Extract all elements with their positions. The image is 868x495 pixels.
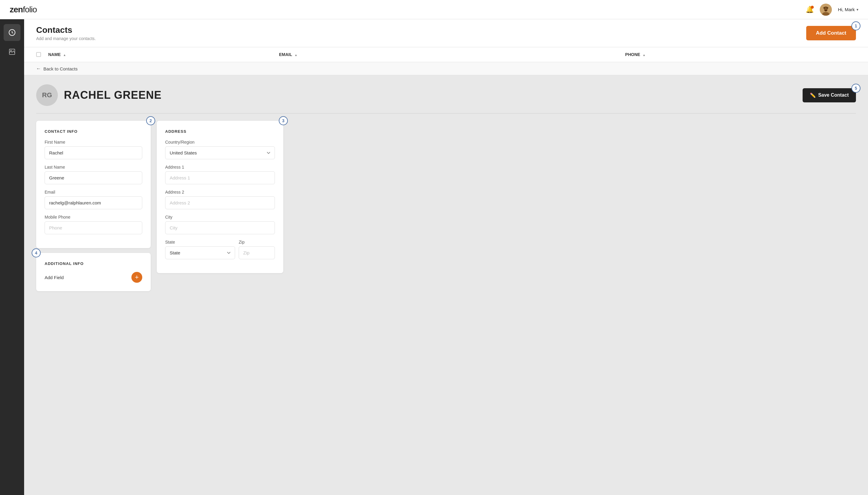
zip-label: Zip xyxy=(239,240,275,244)
form-cards: CONTACT INFO First Name Last Name Email xyxy=(36,121,856,291)
table-header: NAME ▲ EMAIL ▲ PHONE ▲ xyxy=(24,47,868,62)
page-header: Contacts Add and manage your contacts. A… xyxy=(24,19,868,47)
address1-input[interactable] xyxy=(165,171,275,184)
contact-avatar: RG xyxy=(36,84,58,106)
last-name-input[interactable] xyxy=(45,171,142,184)
last-name-label: Last Name xyxy=(45,165,142,170)
sidebar-item-gallery[interactable] xyxy=(4,44,20,60)
step-badge-5: 5 xyxy=(851,84,861,93)
page-header-left: Contacts Add and manage your contacts. xyxy=(36,25,96,41)
first-name-input[interactable] xyxy=(45,146,142,159)
step-badge-1: 1 xyxy=(851,21,861,30)
contact-name: RACHEL GREENE xyxy=(64,89,162,101)
step-badge-3: 3 xyxy=(279,116,288,125)
address2-input[interactable] xyxy=(165,196,275,209)
svg-point-4 xyxy=(827,7,828,8)
email-sort-icon: ▲ xyxy=(294,53,297,57)
pencil-icon: ✏️ xyxy=(810,92,816,98)
email-column-header[interactable]: EMAIL ▲ xyxy=(279,52,625,57)
city-group: City xyxy=(165,215,275,234)
svg-point-10 xyxy=(11,50,12,51)
contact-info-wrapper: CONTACT INFO First Name Last Name Email xyxy=(36,121,151,248)
address1-label: Address 1 xyxy=(165,165,275,170)
phone-sort-icon: ▲ xyxy=(642,53,645,57)
contact-info-title: CONTACT INFO xyxy=(45,129,142,134)
app-layout: Contacts Add and manage your contacts. A… xyxy=(0,19,868,495)
left-column: CONTACT INFO First Name Last Name Email xyxy=(36,121,151,291)
chevron-down-icon: ▾ xyxy=(856,7,858,12)
country-group: Country/Region United States Canada Unit… xyxy=(165,140,275,159)
name-sort-icon: ▲ xyxy=(63,53,66,57)
state-label: State xyxy=(165,240,235,244)
last-name-group: Last Name xyxy=(45,165,142,184)
name-column-header[interactable]: NAME ▲ xyxy=(48,52,279,57)
mobile-input[interactable] xyxy=(45,221,142,234)
state-select[interactable]: State ALAKAZCA COCTFLGA NYTX xyxy=(165,246,235,259)
zip-group: Zip xyxy=(239,240,275,259)
city-label: City xyxy=(165,215,275,220)
page-title: Contacts xyxy=(36,25,96,35)
address2-label: Address 2 xyxy=(165,190,275,194)
address-card: ADDRESS Country/Region United States Can… xyxy=(157,121,283,273)
state-zip-row: State State ALAKAZCA COCTFLGA NYTX Zip xyxy=(165,240,275,264)
step-badge-4: 4 xyxy=(32,249,41,257)
email-input[interactable] xyxy=(45,196,142,209)
back-to-contacts[interactable]: ← Back to Contacts xyxy=(24,62,868,75)
first-name-group: First Name xyxy=(45,140,142,159)
state-group: State State ALAKAZCA COCTFLGA NYTX xyxy=(165,240,235,259)
top-nav: zenfolio 🔔 Hi, Mark ▾ xyxy=(0,0,868,19)
checkbox-col xyxy=(36,52,48,57)
address-wrapper: ADDRESS Country/Region United States Can… xyxy=(157,121,283,273)
save-contact-label: Save Contact xyxy=(818,92,849,98)
phone-column-header[interactable]: PHONE ▲ xyxy=(625,52,856,57)
contact-identity: RG RACHEL GREENE xyxy=(36,84,162,106)
notification-button[interactable]: 🔔 xyxy=(806,6,814,14)
country-select[interactable]: United States Canada United Kingdom xyxy=(165,146,275,159)
avatar-image xyxy=(820,4,832,16)
gallery-icon xyxy=(9,48,16,55)
mobile-group: Mobile Phone xyxy=(45,215,142,234)
address2-group: Address 2 xyxy=(165,190,275,209)
additional-info-wrapper: ADDITIONAL INFO Add Field + 4 xyxy=(36,253,151,291)
additional-info-card: ADDITIONAL INFO Add Field + xyxy=(36,253,151,291)
logo: zenfolio xyxy=(10,5,37,15)
sidebar xyxy=(0,19,24,495)
notification-dot xyxy=(811,6,814,9)
svg-point-3 xyxy=(824,7,825,8)
address-title: ADDRESS xyxy=(165,129,275,134)
avatar xyxy=(820,4,832,16)
user-greeting: Hi, Mark xyxy=(838,7,855,12)
add-contact-wrapper: Add Contact 1 xyxy=(806,26,856,40)
zip-input[interactable] xyxy=(239,246,275,259)
contact-form-area: RG RACHEL GREENE ✏️ Save Contact 5 xyxy=(24,75,868,300)
back-arrow-icon: ← xyxy=(36,66,41,71)
dashboard-icon xyxy=(9,29,16,36)
email-group: Email xyxy=(45,190,142,209)
add-field-button[interactable]: + xyxy=(131,272,142,283)
page-subtitle: Add and manage your contacts. xyxy=(36,36,96,41)
add-field-label: Add Field xyxy=(45,275,64,280)
city-input[interactable] xyxy=(165,221,275,234)
step-badge-2: 2 xyxy=(146,116,155,125)
email-label: Email xyxy=(45,190,142,194)
back-label: Back to Contacts xyxy=(44,66,78,71)
save-wrapper: ✏️ Save Contact 5 xyxy=(803,88,856,102)
add-field-row: Add Field + xyxy=(45,272,142,283)
user-menu[interactable]: Hi, Mark ▾ xyxy=(838,7,858,12)
nav-right: 🔔 Hi, Mark ▾ xyxy=(806,4,858,16)
add-contact-button[interactable]: Add Contact xyxy=(806,26,856,40)
content-area: Contacts Add and manage your contacts. A… xyxy=(24,19,868,495)
country-label: Country/Region xyxy=(165,140,275,144)
mobile-label: Mobile Phone xyxy=(45,215,142,220)
contact-divider xyxy=(36,113,856,114)
sidebar-item-dashboard[interactable] xyxy=(4,24,20,41)
select-all-checkbox[interactable] xyxy=(36,52,41,57)
contact-header: RG RACHEL GREENE ✏️ Save Contact 5 xyxy=(36,84,856,106)
contact-info-card: CONTACT INFO First Name Last Name Email xyxy=(36,121,151,248)
address1-group: Address 1 xyxy=(165,165,275,184)
additional-info-title: ADDITIONAL INFO xyxy=(45,261,142,266)
save-contact-button[interactable]: ✏️ Save Contact xyxy=(803,88,856,102)
first-name-label: First Name xyxy=(45,140,142,144)
